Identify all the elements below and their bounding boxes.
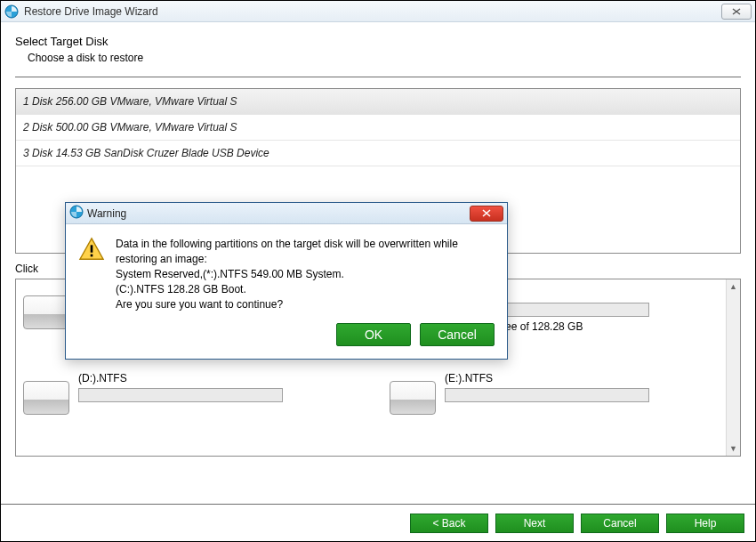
cancel-button[interactable]: Cancel (581, 514, 659, 533)
close-icon (481, 209, 492, 217)
drive-icon (390, 381, 436, 415)
partition-usage-bar (78, 388, 283, 402)
partition-label: (E:).NTFS (445, 372, 720, 384)
ok-button[interactable]: OK (336, 323, 411, 346)
drive-icon (23, 381, 69, 415)
warning-icon (78, 237, 105, 262)
window-close-button[interactable] (721, 4, 752, 20)
dialog-cancel-button[interactable]: Cancel (420, 323, 495, 346)
page-subtitle: Choose a disk to restore (15, 52, 741, 64)
dialog-close-button[interactable] (470, 206, 503, 222)
partition-usage-bar (445, 388, 649, 402)
scrollbar[interactable]: ▲ ▼ (726, 279, 740, 456)
header-divider (15, 77, 741, 77)
close-icon (732, 8, 741, 15)
partition-label: (D:).NTFS (78, 372, 354, 384)
titlebar: Restore Drive Image Wizard (1, 1, 755, 22)
scroll-down-icon[interactable]: ▼ (728, 441, 740, 456)
next-button[interactable]: Next (495, 514, 574, 533)
dialog-line: (C:).NTFS 128.28 GB Boot. (116, 282, 493, 297)
disk-row[interactable]: 2 Disk 500.00 GB VMware, VMware Virtual … (16, 115, 740, 141)
scroll-up-icon[interactable]: ▲ (728, 279, 740, 294)
svg-rect-3 (91, 255, 93, 257)
help-button[interactable]: Help (666, 514, 744, 533)
wizard-footer: < Back Next Cancel Help (1, 504, 755, 541)
warning-dialog: Warning Data in the following partitions… (65, 202, 508, 360)
disk-row[interactable]: 3 Disk 14.53 GB SanDisk Cruzer Blade USB… (16, 141, 740, 166)
disk-row[interactable]: 1 Disk 256.00 GB VMware, VMware Virtual … (16, 89, 740, 115)
partition-item[interactable]: (E:).NTFS (390, 372, 720, 415)
main-window: Restore Drive Image Wizard Select Target… (0, 0, 756, 542)
page-title: Select Target Disk (15, 35, 741, 48)
dialog-line: Data in the following partitions on the … (116, 237, 493, 267)
partition-item[interactable]: (D:).NTFS (23, 372, 354, 415)
dialog-message: Data in the following partitions on the … (116, 237, 493, 312)
dialog-titlebar: Warning (66, 203, 507, 224)
svg-rect-2 (91, 245, 93, 252)
window-title: Restore Drive Image Wizard (24, 5, 158, 18)
dialog-title: Warning (87, 207, 126, 220)
dialog-line: Are you sure you want to continue? (116, 297, 493, 312)
dialog-line: System Reserved,(*:).NTFS 549.00 MB Syst… (116, 267, 493, 282)
drive-icon (23, 295, 69, 329)
app-icon (4, 4, 19, 19)
app-icon (69, 205, 84, 222)
wizard-header: Select Target Disk Choose a disk to rest… (1, 22, 755, 77)
back-button[interactable]: < Back (410, 514, 488, 533)
